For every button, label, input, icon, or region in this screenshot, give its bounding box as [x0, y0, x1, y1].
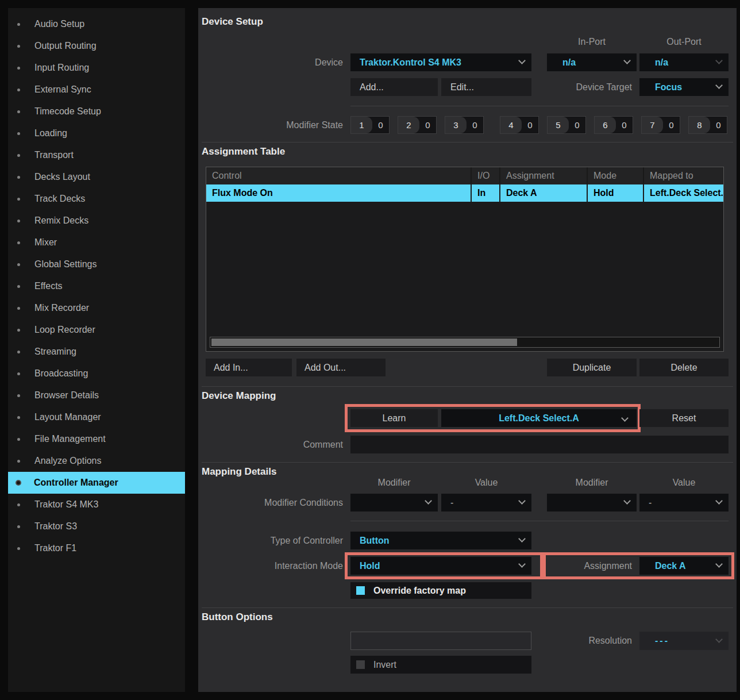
section-title-mapping-details: Mapping Details — [202, 466, 276, 478]
bullet-icon — [17, 460, 20, 463]
section-title-device-mapping: Device Mapping — [202, 390, 276, 402]
value-condition-1-dropdown[interactable]: - — [441, 494, 531, 511]
bullet-icon — [17, 547, 20, 550]
section-divider — [202, 462, 733, 463]
bullet-icon — [17, 525, 20, 528]
type-of-controller-dropdown[interactable]: Button — [350, 532, 531, 549]
add-out-button[interactable]: Add Out... — [296, 359, 386, 376]
device-dropdown-value: Traktor.Kontrol S4 MK3 — [360, 57, 461, 68]
value-condition-2-dropdown[interactable]: - — [639, 494, 729, 511]
chevron-down-icon — [715, 57, 723, 64]
value-header-1: Value — [441, 476, 531, 489]
assignment-dropdown[interactable]: Deck A — [639, 557, 729, 575]
sidebar-item[interactable]: Audio Setup — [8, 13, 185, 35]
add-device-button[interactable]: Add... — [350, 78, 438, 96]
column-header-control[interactable]: Control — [206, 167, 471, 184]
sidebar-item[interactable]: Streaming — [8, 341, 185, 363]
value-condition-1-value: - — [450, 498, 453, 508]
modifier-state-cell[interactable]: 8 0 — [688, 116, 727, 134]
sidebar-item[interactable]: Controller Manager — [8, 472, 185, 494]
assignment-value: Deck A — [655, 561, 686, 571]
sidebar-item[interactable]: Traktor F1 — [8, 537, 185, 559]
sidebar-item[interactable]: Analyze Options — [8, 450, 185, 472]
override-factory-map-checkbox[interactable] — [356, 586, 365, 595]
modifier-state-cell[interactable]: 2 0 — [398, 116, 437, 134]
sidebar-item[interactable]: Input Routing — [8, 57, 185, 79]
sidebar-item[interactable]: Global Settings — [8, 253, 185, 275]
sidebar-item[interactable]: Mix Recorder — [8, 297, 185, 319]
column-header-mapped-to[interactable]: Mapped to — [643, 167, 723, 184]
bullet-icon — [17, 176, 20, 179]
divider — [350, 521, 729, 521]
duplicate-button[interactable]: Duplicate — [547, 359, 637, 376]
modifier-value: 0 — [467, 117, 483, 133]
modifier-state-cell[interactable]: 1 0 — [350, 116, 390, 134]
column-header-assignment[interactable]: Assignment — [499, 167, 587, 184]
sidebar-item[interactable]: Timecode Setup — [8, 101, 185, 122]
modifier-state-cell[interactable]: 5 0 — [547, 116, 586, 134]
invert-checkbox[interactable] — [356, 660, 365, 669]
table-row-selected[interactable]: Flux Mode On In Deck A Hold Left.Deck Se… — [206, 184, 723, 202]
modifier-value: 0 — [522, 117, 538, 133]
reset-button[interactable]: Reset — [639, 409, 729, 427]
sidebar-item[interactable]: Decks Layout — [8, 166, 185, 188]
modifier-number: 2 — [398, 117, 419, 133]
bullet-icon — [17, 307, 20, 310]
cell-mapped-to: Left.Deck Select.A — [643, 184, 723, 202]
modifier-state-strip: 1 0 2 0 3 0 4 0 5 — [350, 116, 727, 134]
sidebar-item[interactable]: Traktor S4 MK3 — [8, 494, 185, 516]
modifier-header-1: Modifier — [350, 476, 438, 489]
edit-device-button[interactable]: Edit... — [441, 78, 531, 96]
sidebar-item[interactable]: File Management — [8, 428, 185, 450]
chevron-down-icon — [715, 636, 723, 643]
modifier-condition-1-dropdown[interactable] — [350, 494, 438, 511]
modifier-header-2: Modifier — [547, 476, 637, 489]
sidebar-item[interactable]: Output Routing — [8, 35, 185, 57]
sidebar-item[interactable]: Mixer — [8, 232, 185, 253]
sidebar-item[interactable]: Remix Decks — [8, 210, 185, 232]
modifier-state-cell[interactable]: 6 0 — [594, 116, 633, 134]
device-target-dropdown[interactable]: Focus — [639, 78, 729, 96]
bullet-icon — [17, 394, 20, 397]
mapped-control-dropdown[interactable]: Left.Deck Select.A — [441, 409, 637, 427]
out-port-dropdown[interactable]: n/a — [639, 53, 729, 71]
invert-label: Invert — [373, 660, 396, 670]
sidebar-item[interactable]: Browser Details — [8, 384, 185, 406]
bullet-icon — [17, 351, 20, 353]
sidebar-item[interactable]: Layout Manager — [8, 406, 185, 428]
device-target-label: Device Target — [520, 78, 632, 96]
bullet-icon — [17, 416, 20, 419]
sidebar-item[interactable]: Transport — [8, 144, 185, 166]
sidebar-item[interactable]: Loop Recorder — [8, 319, 185, 341]
device-dropdown[interactable]: Traktor.Kontrol S4 MK3 — [350, 53, 531, 71]
modifier-state-cell[interactable]: 7 0 — [641, 116, 680, 134]
in-port-dropdown[interactable]: n/a — [547, 53, 637, 71]
column-header-mode[interactable]: Mode — [587, 167, 643, 184]
button-options-empty-field[interactable] — [350, 632, 531, 650]
interaction-mode-dropdown[interactable]: Hold — [350, 557, 531, 575]
sidebar-item[interactable]: Traktor S3 — [8, 516, 185, 537]
section-divider — [202, 386, 733, 387]
column-header-io[interactable]: I/O — [471, 167, 499, 184]
cell-control: Flux Mode On — [206, 184, 471, 202]
sidebar-item[interactable]: Broadcasting — [8, 363, 185, 384]
invert-row: Invert — [350, 656, 531, 674]
resolution-dropdown[interactable]: --- — [639, 632, 729, 650]
sidebar-item[interactable]: Track Decks — [8, 188, 185, 210]
modifier-condition-2-dropdown[interactable] — [547, 494, 637, 511]
modifier-number: 8 — [689, 117, 710, 133]
modifier-number: 6 — [595, 117, 616, 133]
sidebar-item[interactable]: External Sync — [8, 79, 185, 101]
comment-field[interactable] — [350, 436, 729, 453]
add-in-button[interactable]: Add In... — [206, 359, 292, 376]
device-target-value: Focus — [655, 82, 682, 93]
modifier-number: 5 — [548, 117, 569, 133]
modifier-state-cell[interactable]: 3 0 — [445, 116, 484, 134]
scrollbar-thumb[interactable] — [211, 339, 517, 346]
sidebar-item[interactable]: Effects — [8, 275, 185, 297]
modifier-state-cell[interactable]: 4 0 — [500, 116, 539, 134]
horizontal-scrollbar[interactable] — [210, 337, 720, 348]
delete-button[interactable]: Delete — [639, 359, 729, 376]
learn-button[interactable]: Learn — [350, 409, 438, 427]
sidebar-item[interactable]: Loading — [8, 122, 185, 144]
